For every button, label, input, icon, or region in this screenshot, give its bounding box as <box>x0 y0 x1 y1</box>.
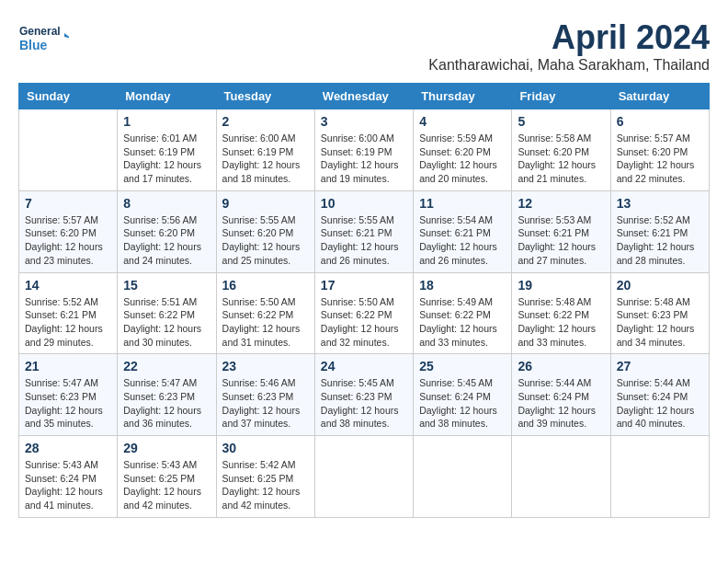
day-number: 5 <box>518 114 604 129</box>
calendar-week-row: 14Sunrise: 5:52 AMSunset: 6:21 PMDayligh… <box>19 272 710 354</box>
calendar-cell: 1Sunrise: 6:01 AMSunset: 6:19 PMDaylight… <box>118 109 216 191</box>
month-year-title: April 2024 <box>428 18 710 57</box>
day-number: 16 <box>222 278 309 293</box>
calendar-cell: 12Sunrise: 5:53 AMSunset: 6:21 PMDayligh… <box>512 190 610 272</box>
calendar-cell: 8Sunrise: 5:56 AMSunset: 6:20 PMDaylight… <box>118 190 216 272</box>
header: General Blue April 2024 Kantharawichai, … <box>18 18 710 74</box>
calendar-cell: 23Sunrise: 5:46 AMSunset: 6:23 PMDayligh… <box>216 354 314 436</box>
day-info: Sunrise: 5:55 AMSunset: 6:20 PMDaylight:… <box>222 213 309 268</box>
calendar-week-row: 7Sunrise: 5:57 AMSunset: 6:20 PMDaylight… <box>19 190 710 272</box>
day-info: Sunrise: 5:50 AMSunset: 6:22 PMDaylight:… <box>222 295 309 350</box>
calendar-cell: 18Sunrise: 5:49 AMSunset: 6:22 PMDayligh… <box>414 272 512 354</box>
day-info: Sunrise: 5:52 AMSunset: 6:21 PMDaylight:… <box>25 295 111 350</box>
day-info: Sunrise: 5:50 AMSunset: 6:22 PMDaylight:… <box>321 295 407 350</box>
day-number: 11 <box>419 196 506 211</box>
calendar-cell: 22Sunrise: 5:47 AMSunset: 6:23 PMDayligh… <box>118 354 216 436</box>
day-number: 7 <box>25 196 111 211</box>
svg-marker-2 <box>64 33 69 39</box>
logo-svg: General Blue <box>18 18 69 60</box>
calendar-week-row: 28Sunrise: 5:43 AMSunset: 6:24 PMDayligh… <box>19 436 710 518</box>
day-number: 15 <box>123 278 210 293</box>
weekday-header-sunday: Sunday <box>19 84 118 109</box>
day-number: 3 <box>321 114 407 129</box>
day-number: 1 <box>123 114 210 129</box>
day-info: Sunrise: 5:58 AMSunset: 6:20 PMDaylight:… <box>518 132 604 186</box>
calendar-table: SundayMondayTuesdayWednesdayThursdayFrid… <box>18 83 710 518</box>
day-info: Sunrise: 6:00 AMSunset: 6:19 PMDaylight:… <box>222 132 309 186</box>
calendar-cell: 10Sunrise: 5:55 AMSunset: 6:21 PMDayligh… <box>314 190 413 272</box>
day-number: 14 <box>25 278 111 293</box>
weekday-header-row: SundayMondayTuesdayWednesdayThursdayFrid… <box>19 84 710 109</box>
calendar-cell: 16Sunrise: 5:50 AMSunset: 6:22 PMDayligh… <box>216 272 314 354</box>
calendar-cell: 20Sunrise: 5:48 AMSunset: 6:23 PMDayligh… <box>610 272 709 354</box>
calendar-cell: 4Sunrise: 5:59 AMSunset: 6:20 PMDaylight… <box>414 109 512 191</box>
weekday-header-tuesday: Tuesday <box>216 84 314 109</box>
day-info: Sunrise: 6:00 AMSunset: 6:19 PMDaylight:… <box>321 132 407 186</box>
day-number: 10 <box>321 196 407 211</box>
day-info: Sunrise: 5:44 AMSunset: 6:24 PMDaylight:… <box>617 376 703 431</box>
weekday-header-monday: Monday <box>118 84 216 109</box>
calendar-cell: 21Sunrise: 5:47 AMSunset: 6:23 PMDayligh… <box>19 354 118 436</box>
day-info: Sunrise: 5:44 AMSunset: 6:24 PMDaylight:… <box>518 376 604 431</box>
location-subtitle: Kantharawichai, Maha Sarakham, Thailand <box>428 57 710 74</box>
day-info: Sunrise: 5:54 AMSunset: 6:21 PMDaylight:… <box>419 213 506 268</box>
day-info: Sunrise: 5:42 AMSunset: 6:25 PMDaylight:… <box>222 458 309 512</box>
calendar-cell: 3Sunrise: 6:00 AMSunset: 6:19 PMDaylight… <box>314 109 413 191</box>
calendar-cell <box>19 109 118 191</box>
day-number: 17 <box>321 278 407 293</box>
calendar-cell: 14Sunrise: 5:52 AMSunset: 6:21 PMDayligh… <box>19 272 118 354</box>
day-info: Sunrise: 5:43 AMSunset: 6:24 PMDaylight:… <box>25 458 111 512</box>
calendar-cell: 17Sunrise: 5:50 AMSunset: 6:22 PMDayligh… <box>314 272 413 354</box>
calendar-cell: 15Sunrise: 5:51 AMSunset: 6:22 PMDayligh… <box>118 272 216 354</box>
day-number: 27 <box>617 359 703 373</box>
day-number: 21 <box>25 359 111 373</box>
day-info: Sunrise: 5:55 AMSunset: 6:21 PMDaylight:… <box>321 213 407 268</box>
calendar-cell <box>314 436 413 518</box>
weekday-header-friday: Friday <box>512 84 610 109</box>
day-number: 29 <box>123 441 210 455</box>
day-number: 18 <box>419 278 506 293</box>
day-number: 9 <box>222 196 309 211</box>
day-number: 2 <box>222 114 309 129</box>
day-info: Sunrise: 5:45 AMSunset: 6:23 PMDaylight:… <box>321 376 407 431</box>
day-number: 26 <box>518 359 604 373</box>
day-info: Sunrise: 5:49 AMSunset: 6:22 PMDaylight:… <box>419 295 506 350</box>
calendar-cell: 29Sunrise: 5:43 AMSunset: 6:25 PMDayligh… <box>118 436 216 518</box>
calendar-cell: 28Sunrise: 5:43 AMSunset: 6:24 PMDayligh… <box>19 436 118 518</box>
day-info: Sunrise: 5:51 AMSunset: 6:22 PMDaylight:… <box>123 295 210 350</box>
calendar-cell: 13Sunrise: 5:52 AMSunset: 6:21 PMDayligh… <box>610 190 709 272</box>
calendar-week-row: 21Sunrise: 5:47 AMSunset: 6:23 PMDayligh… <box>19 354 710 436</box>
calendar-cell <box>414 436 512 518</box>
calendar-cell: 2Sunrise: 6:00 AMSunset: 6:19 PMDaylight… <box>216 109 314 191</box>
day-info: Sunrise: 5:46 AMSunset: 6:23 PMDaylight:… <box>222 376 309 431</box>
day-number: 20 <box>617 278 703 293</box>
calendar-cell: 5Sunrise: 5:58 AMSunset: 6:20 PMDaylight… <box>512 109 610 191</box>
day-info: Sunrise: 5:57 AMSunset: 6:20 PMDaylight:… <box>25 213 111 268</box>
day-number: 13 <box>617 196 703 211</box>
calendar-cell: 27Sunrise: 5:44 AMSunset: 6:24 PMDayligh… <box>610 354 709 436</box>
day-info: Sunrise: 5:47 AMSunset: 6:23 PMDaylight:… <box>25 376 111 431</box>
day-info: Sunrise: 5:43 AMSunset: 6:25 PMDaylight:… <box>123 458 210 512</box>
day-number: 23 <box>222 359 309 373</box>
day-number: 12 <box>518 196 604 211</box>
day-number: 4 <box>419 114 506 129</box>
calendar-cell: 19Sunrise: 5:48 AMSunset: 6:22 PMDayligh… <box>512 272 610 354</box>
title-section: April 2024 Kantharawichai, Maha Sarakham… <box>428 18 710 74</box>
svg-text:General: General <box>19 25 61 38</box>
calendar-cell: 11Sunrise: 5:54 AMSunset: 6:21 PMDayligh… <box>414 190 512 272</box>
day-info: Sunrise: 6:01 AMSunset: 6:19 PMDaylight:… <box>123 132 210 186</box>
weekday-header-saturday: Saturday <box>610 84 709 109</box>
calendar-week-row: 1Sunrise: 6:01 AMSunset: 6:19 PMDaylight… <box>19 109 710 191</box>
weekday-header-thursday: Thursday <box>414 84 512 109</box>
svg-text:Blue: Blue <box>19 38 48 52</box>
day-number: 8 <box>123 196 210 211</box>
day-info: Sunrise: 5:45 AMSunset: 6:24 PMDaylight:… <box>419 376 506 431</box>
day-info: Sunrise: 5:56 AMSunset: 6:20 PMDaylight:… <box>123 213 210 268</box>
calendar-cell: 26Sunrise: 5:44 AMSunset: 6:24 PMDayligh… <box>512 354 610 436</box>
calendar-cell: 9Sunrise: 5:55 AMSunset: 6:20 PMDaylight… <box>216 190 314 272</box>
day-info: Sunrise: 5:48 AMSunset: 6:23 PMDaylight:… <box>617 295 703 350</box>
calendar-cell: 25Sunrise: 5:45 AMSunset: 6:24 PMDayligh… <box>414 354 512 436</box>
calendar-cell: 24Sunrise: 5:45 AMSunset: 6:23 PMDayligh… <box>314 354 413 436</box>
calendar-cell: 30Sunrise: 5:42 AMSunset: 6:25 PMDayligh… <box>216 436 314 518</box>
day-info: Sunrise: 5:53 AMSunset: 6:21 PMDaylight:… <box>518 213 604 268</box>
